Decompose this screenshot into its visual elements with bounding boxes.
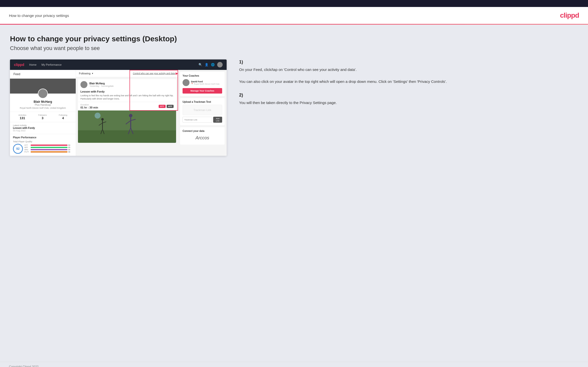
post-meta: Yesterday · Sunningdale [89, 85, 114, 87]
stat-following: Following 4 [59, 114, 67, 120]
perf-title: Player Performance [13, 136, 73, 139]
nav-performance[interactable]: My Performance [42, 63, 62, 66]
footer: Copyright Clippd 2022 [0, 362, 588, 367]
annotation-arrow [176, 72, 179, 75]
search-icon[interactable]: 🔍 [198, 63, 202, 66]
nav-right: 🔍 👤 🌐 [198, 62, 223, 67]
post-title: Lesson with Fordy [78, 90, 176, 94]
profile-avatar [38, 89, 48, 99]
stat-followers: Followers 3 [38, 114, 47, 120]
coach-avatar [183, 79, 190, 86]
content-row: clippd Home My Performance 🔍 👤 🌐 Feed [10, 59, 578, 156]
coach-item: David Ford 📍 Royal North Devon Golf Club [183, 79, 222, 86]
app-screenshot: clippd Home My Performance 🔍 👤 🌐 Feed [10, 59, 227, 156]
duration-value: 01 hr : 30 min [80, 106, 98, 109]
coach-club: 📍 Royal North Devon Golf Club [191, 83, 219, 85]
duration-label: Duration [80, 104, 98, 106]
coaches-title: Your Coaches [183, 74, 222, 77]
avatar-icon[interactable] [217, 62, 223, 67]
quality-circle: 92 [13, 144, 23, 154]
connect-title: Connect your data [183, 130, 222, 132]
profile-name: Blair McHarg [12, 100, 73, 104]
bar-ott: OTT 90 [24, 144, 73, 146]
post-author-name: Blair McHarg [89, 82, 114, 85]
feed-tab[interactable]: Feed [10, 70, 76, 79]
user-icon[interactable]: 👤 [205, 63, 208, 66]
page-subheading: Choose what you want people to see [10, 45, 578, 52]
bar-arg-track [31, 149, 67, 150]
connect-card: Connect your data Arccos [180, 127, 225, 145]
trackman-input[interactable] [183, 117, 212, 123]
player-performance: Player Performance Total Player Quality … [10, 134, 76, 156]
bar-app: APP 85 [24, 147, 73, 148]
app-body: Feed Blair McHarg Plus Handicap Royal No… [10, 70, 227, 156]
post-author-info: Blair McHarg Yesterday · Sunningdale [89, 82, 114, 87]
instruction-2-text: You will then be taken directly to the P… [239, 100, 578, 106]
bar-putt-track [31, 151, 67, 153]
profile-club: Royal North Devon Golf Club, United King… [12, 107, 73, 109]
svg-point-3 [95, 113, 101, 119]
add-link-button[interactable]: Add Link [213, 117, 222, 123]
instruction-1-text: On your Feed, click/tap on 'Control who … [239, 67, 578, 85]
badge-ott: OTT [159, 105, 166, 108]
post-duration-info: Duration 01 hr : 30 min [80, 104, 98, 109]
trackman-title: Upload a Trackman Test [183, 101, 222, 103]
trackman-card: Upload a Trackman Test Trackman Link Add… [180, 98, 225, 125]
post-image [78, 110, 176, 143]
globe-icon[interactable]: 🌐 [211, 63, 215, 66]
page-heading: How to change your privacy settings (Des… [10, 35, 578, 43]
instruction-1: 1) On your Feed, click/tap on 'Control w… [239, 59, 578, 85]
profile-stats: Activities 131 Followers 3 Following 4 [10, 112, 76, 122]
bar-arg: ARG 86 [24, 149, 73, 151]
quality-label: Total Player Quality [13, 140, 73, 143]
instructions-panel: 1) On your Feed, click/tap on 'Control w… [234, 59, 578, 114]
svg-marker-0 [176, 72, 178, 75]
header-title: How to change your privacy settings [9, 13, 69, 18]
bar-ott-value: 90 [68, 144, 73, 146]
bar-arg-value: 86 [68, 149, 73, 151]
stat-activities-value: 131 [18, 116, 26, 120]
instruction-1-number: 1) [239, 59, 578, 65]
bar-putt-label: PUTT [24, 151, 30, 153]
bar-ott-track [31, 145, 67, 146]
app-logo-nav: clippd [14, 63, 24, 67]
profile-handicap: Plus Handicap [12, 104, 73, 106]
location-icon: 📍 [191, 83, 193, 85]
trackman-link-display: Trackman Link [183, 105, 222, 115]
control-link[interactable]: Control who can see your activity and da… [133, 72, 175, 75]
app-sidebar: Feed Blair McHarg Plus Handicap Royal No… [10, 70, 76, 156]
trackman-input-row: Add Link [183, 117, 222, 123]
post-author-avatar [80, 81, 87, 88]
stat-activities-label: Activities [18, 114, 26, 116]
manage-coaches-button[interactable]: Manage Your Coaches [183, 88, 222, 94]
main-content: How to change your privacy settings (Des… [0, 25, 588, 362]
nav-home[interactable]: Home [29, 63, 36, 66]
stat-followers-label: Followers [38, 114, 47, 116]
app-nav: clippd Home My Performance 🔍 👤 🌐 [10, 59, 227, 70]
latest-value: Lesson with Fordy [13, 127, 73, 129]
following-label: Following [79, 72, 90, 75]
coach-club-text: Royal North Devon Golf Club [194, 83, 219, 85]
following-btn[interactable]: Following ▼ [79, 72, 93, 75]
coach-info: David Ford 📍 Royal North Devon Golf Club [191, 80, 219, 85]
top-bar [0, 0, 588, 7]
stat-following-value: 4 [59, 116, 67, 120]
header: How to change your privacy settings clip… [0, 7, 588, 24]
post-body: Looking to feel like my hands are exitin… [78, 94, 176, 102]
bar-ott-label: OTT [24, 144, 30, 146]
latest-date: 03 Aug 2022 [13, 129, 73, 132]
bar-app-track [31, 147, 67, 148]
svg-rect-2 [78, 130, 176, 143]
stat-following-label: Following [59, 114, 67, 116]
profile-banner [10, 79, 76, 94]
feed-header: Following ▼ Control who can see your act… [76, 70, 178, 77]
badge-app: APP [167, 105, 174, 108]
bar-putt-value: 96 [68, 151, 73, 153]
post-header: Blair McHarg Yesterday · Sunningdale [78, 79, 176, 90]
stat-followers-value: 3 [38, 116, 47, 120]
quality-row: 92 OTT 90 APP 85 [13, 144, 73, 154]
latest-label: Latest Activity [13, 124, 73, 127]
instruction-2-number: 2) [239, 93, 578, 98]
bar-app-value: 85 [68, 147, 73, 148]
stat-activities: Activities 131 [18, 114, 26, 120]
